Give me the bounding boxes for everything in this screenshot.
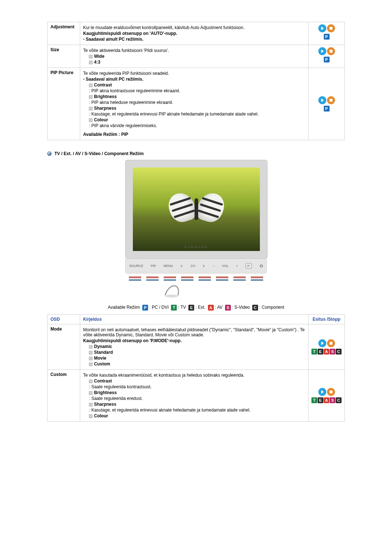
row-pip-picture: PIP Picture Te võite reguleerida PIP fun… [48, 68, 345, 140]
row-adjustment: Adjustment Kui te muudate eraldusvõimet … [48, 22, 345, 45]
mode-chip-p: P [142, 305, 148, 311]
desc-cell: Kui te muudate eraldusvõimet kontrollpan… [80, 22, 309, 45]
decorative-strip [125, 274, 267, 282]
section-heading: TV / Ext. / AV / S-Video / Component Rež… [47, 151, 345, 156]
btn-vol-up[interactable]: + [236, 264, 238, 268]
mode-chip-p: P [324, 34, 330, 40]
play-cell: P [309, 22, 345, 45]
th-desc: Kirjeldus [80, 315, 309, 324]
osd-label: Adjustment [48, 22, 80, 45]
btn-ch: CH [191, 264, 195, 268]
mode-legend: Available Režiim P : PC / DVI T : TV E :… [47, 305, 345, 311]
btn-ch-down[interactable]: ∨ [180, 264, 183, 268]
th-osd: OSD [48, 315, 80, 324]
play-stop-icon[interactable] [318, 339, 335, 347]
row-mode: Mode Monitoril on neli automaatset, teha… [48, 324, 345, 370]
play-stop-icon[interactable] [318, 388, 335, 396]
btn-enter[interactable]: ↵ [245, 263, 252, 269]
svg-point-0 [165, 295, 178, 297]
monitor-brand: SAMSUNG [133, 245, 260, 249]
btn-source[interactable]: SOURCE [129, 264, 143, 268]
play-stop-icon[interactable] [318, 24, 335, 32]
mode-chip-a: A [208, 305, 214, 311]
mode-chip-c: C [252, 305, 258, 311]
monitor-illustration: SAMSUNG SOURCE PIP MENU ∨ CH ∧ − VOL + ↵… [125, 160, 267, 298]
monitor-screen: SAMSUNG [133, 167, 260, 251]
btn-vol: VOL [222, 264, 229, 268]
monitor-buttons: SOURCE PIP MENU ∨ CH ∧ − VOL + ↵ ⏻ [125, 259, 267, 274]
btn-power[interactable]: ⏻ [260, 264, 263, 268]
btn-vol-down[interactable]: − [213, 264, 215, 268]
play-stop-icon[interactable] [318, 96, 335, 104]
table-picture-tv: OSD Kirjeldus Esitus /Stopp Mode Monitor… [47, 314, 345, 422]
btn-menu[interactable]: MENU [163, 264, 173, 268]
btn-pip[interactable]: PIP [151, 264, 156, 268]
mode-chip-t: T [171, 305, 177, 311]
play-stop-icon[interactable] [318, 47, 335, 55]
stylus-illustration [125, 282, 267, 298]
butterfly-image [169, 189, 224, 226]
bullet-icon [47, 151, 52, 156]
table-header-row: OSD Kirjeldus Esitus /Stopp [48, 315, 345, 324]
mode-chip-e: E [188, 305, 194, 311]
play-icon [318, 24, 326, 32]
th-play: Esitus /Stopp [309, 315, 345, 324]
table-picture-pc: Adjustment Kui te muudate eraldusvõimet … [47, 22, 345, 140]
mode-chip-s: S [225, 305, 231, 311]
stop-icon [327, 24, 335, 32]
btn-ch-up[interactable]: ∧ [203, 264, 205, 268]
row-custom: Custom Te võite kasutada ekraanimenüüsid… [48, 370, 345, 422]
row-size: Size Te võite aktiveerida funktsiooni 'P… [48, 45, 345, 68]
